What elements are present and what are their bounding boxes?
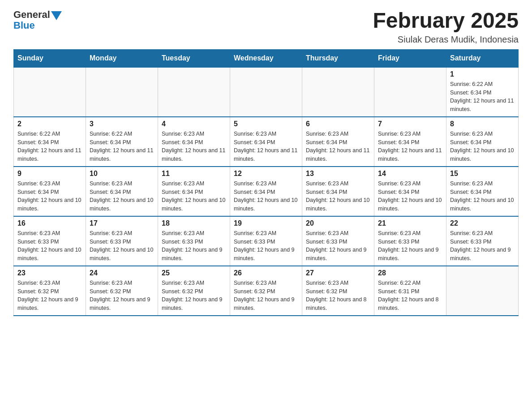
day-number: 9	[17, 170, 82, 178]
calendar-cell: 17Sunrise: 6:23 AM Sunset: 6:33 PM Dayli…	[86, 216, 158, 266]
calendar-week-row: 1Sunrise: 6:22 AM Sunset: 6:34 PM Daylig…	[14, 67, 519, 117]
calendar-cell: 26Sunrise: 6:23 AM Sunset: 6:32 PM Dayli…	[230, 266, 302, 316]
day-info: Sunrise: 6:23 AM Sunset: 6:32 PM Dayligh…	[234, 279, 298, 313]
calendar-cell	[374, 67, 446, 117]
day-info: Sunrise: 6:23 AM Sunset: 6:34 PM Dayligh…	[162, 130, 226, 163]
day-number: 12	[234, 170, 298, 178]
day-number: 23	[17, 269, 82, 277]
day-info: Sunrise: 6:23 AM Sunset: 6:34 PM Dayligh…	[450, 180, 515, 213]
day-info: Sunrise: 6:23 AM Sunset: 6:32 PM Dayligh…	[162, 279, 226, 313]
calendar-cell: 1Sunrise: 6:22 AM Sunset: 6:34 PM Daylig…	[446, 67, 519, 117]
calendar-cell: 27Sunrise: 6:23 AM Sunset: 6:32 PM Dayli…	[302, 266, 374, 316]
logo-general-text: General	[13, 9, 50, 21]
page-header: General Blue February 2025 Siulak Deras …	[13, 9, 519, 45]
calendar-cell: 19Sunrise: 6:23 AM Sunset: 6:33 PM Dayli…	[230, 216, 302, 266]
day-number: 11	[162, 170, 226, 178]
day-info: Sunrise: 6:23 AM Sunset: 6:34 PM Dayligh…	[378, 180, 442, 213]
day-info: Sunrise: 6:23 AM Sunset: 6:34 PM Dayligh…	[450, 130, 515, 163]
day-number: 2	[17, 120, 82, 128]
calendar-cell	[158, 67, 230, 117]
day-number: 18	[162, 219, 226, 227]
calendar-cell	[302, 67, 374, 117]
day-number: 20	[306, 219, 370, 227]
day-info: Sunrise: 6:23 AM Sunset: 6:34 PM Dayligh…	[306, 130, 370, 163]
logo-triangle-icon	[51, 11, 62, 20]
calendar-cell: 3Sunrise: 6:22 AM Sunset: 6:34 PM Daylig…	[86, 117, 158, 167]
calendar-cell: 16Sunrise: 6:23 AM Sunset: 6:33 PM Dayli…	[14, 216, 86, 266]
day-info: Sunrise: 6:23 AM Sunset: 6:34 PM Dayligh…	[234, 130, 298, 163]
calendar-cell: 7Sunrise: 6:23 AM Sunset: 6:34 PM Daylig…	[374, 117, 446, 167]
calendar-header-wednesday: Wednesday	[230, 49, 302, 67]
day-info: Sunrise: 6:23 AM Sunset: 6:33 PM Dayligh…	[17, 229, 82, 263]
calendar-week-row: 9Sunrise: 6:23 AM Sunset: 6:34 PM Daylig…	[14, 167, 519, 216]
day-info: Sunrise: 6:23 AM Sunset: 6:32 PM Dayligh…	[306, 279, 370, 313]
location-title: Siulak Deras Mudik, Indonesia	[373, 34, 519, 45]
day-info: Sunrise: 6:23 AM Sunset: 6:33 PM Dayligh…	[378, 229, 442, 263]
day-number: 28	[378, 269, 442, 277]
calendar-cell: 11Sunrise: 6:23 AM Sunset: 6:34 PM Dayli…	[158, 167, 230, 216]
calendar-cell: 20Sunrise: 6:23 AM Sunset: 6:33 PM Dayli…	[302, 216, 374, 266]
day-info: Sunrise: 6:23 AM Sunset: 6:34 PM Dayligh…	[17, 180, 82, 213]
day-info: Sunrise: 6:23 AM Sunset: 6:33 PM Dayligh…	[306, 229, 370, 263]
day-number: 13	[306, 170, 370, 178]
day-info: Sunrise: 6:22 AM Sunset: 6:34 PM Dayligh…	[90, 130, 154, 163]
calendar-cell	[86, 67, 158, 117]
day-number: 22	[450, 219, 515, 227]
calendar-cell: 13Sunrise: 6:23 AM Sunset: 6:34 PM Dayli…	[302, 167, 374, 216]
calendar-cell: 5Sunrise: 6:23 AM Sunset: 6:34 PM Daylig…	[230, 117, 302, 167]
calendar-cell: 18Sunrise: 6:23 AM Sunset: 6:33 PM Dayli…	[158, 216, 230, 266]
calendar-header-saturday: Saturday	[446, 49, 519, 67]
day-number: 19	[234, 219, 298, 227]
calendar-table: SundayMondayTuesdayWednesdayThursdayFrid…	[13, 49, 519, 316]
logo: General Blue	[13, 9, 62, 31]
calendar-cell: 2Sunrise: 6:22 AM Sunset: 6:34 PM Daylig…	[14, 117, 86, 167]
calendar-week-row: 23Sunrise: 6:23 AM Sunset: 6:32 PM Dayli…	[14, 266, 519, 316]
day-number: 21	[378, 219, 442, 227]
logo-blue-text: Blue	[13, 20, 62, 31]
day-info: Sunrise: 6:23 AM Sunset: 6:34 PM Dayligh…	[234, 180, 298, 213]
calendar-cell: 10Sunrise: 6:23 AM Sunset: 6:34 PM Dayli…	[86, 167, 158, 216]
day-number: 4	[162, 120, 226, 128]
day-number: 10	[90, 170, 154, 178]
day-number: 24	[90, 269, 154, 277]
day-number: 5	[234, 120, 298, 128]
calendar-cell: 28Sunrise: 6:22 AM Sunset: 6:31 PM Dayli…	[374, 266, 446, 316]
day-info: Sunrise: 6:23 AM Sunset: 6:32 PM Dayligh…	[17, 279, 82, 313]
calendar-cell: 14Sunrise: 6:23 AM Sunset: 6:34 PM Dayli…	[374, 167, 446, 216]
day-number: 8	[450, 120, 515, 128]
day-info: Sunrise: 6:23 AM Sunset: 6:33 PM Dayligh…	[450, 229, 515, 263]
day-number: 3	[90, 120, 154, 128]
calendar-cell: 21Sunrise: 6:23 AM Sunset: 6:33 PM Dayli…	[374, 216, 446, 266]
day-number: 17	[90, 219, 154, 227]
day-number: 15	[450, 170, 515, 178]
calendar-header-tuesday: Tuesday	[158, 49, 230, 67]
calendar-cell: 22Sunrise: 6:23 AM Sunset: 6:33 PM Dayli…	[446, 216, 519, 266]
day-info: Sunrise: 6:23 AM Sunset: 6:34 PM Dayligh…	[162, 180, 226, 213]
calendar-cell: 24Sunrise: 6:23 AM Sunset: 6:32 PM Dayli…	[86, 266, 158, 316]
day-number: 27	[306, 269, 370, 277]
day-info: Sunrise: 6:23 AM Sunset: 6:34 PM Dayligh…	[378, 130, 442, 163]
calendar-header-sunday: Sunday	[14, 49, 86, 67]
calendar-week-row: 16Sunrise: 6:23 AM Sunset: 6:33 PM Dayli…	[14, 216, 519, 266]
title-area: February 2025 Siulak Deras Mudik, Indone…	[373, 9, 519, 45]
day-info: Sunrise: 6:23 AM Sunset: 6:33 PM Dayligh…	[162, 229, 226, 263]
day-number: 16	[17, 219, 82, 227]
calendar-cell: 15Sunrise: 6:23 AM Sunset: 6:34 PM Dayli…	[446, 167, 519, 216]
calendar-week-row: 2Sunrise: 6:22 AM Sunset: 6:34 PM Daylig…	[14, 117, 519, 167]
day-info: Sunrise: 6:22 AM Sunset: 6:34 PM Dayligh…	[450, 80, 515, 114]
calendar-header-thursday: Thursday	[302, 49, 374, 67]
day-info: Sunrise: 6:22 AM Sunset: 6:31 PM Dayligh…	[378, 279, 442, 313]
calendar-cell: 4Sunrise: 6:23 AM Sunset: 6:34 PM Daylig…	[158, 117, 230, 167]
calendar-cell: 8Sunrise: 6:23 AM Sunset: 6:34 PM Daylig…	[446, 117, 519, 167]
calendar-cell: 12Sunrise: 6:23 AM Sunset: 6:34 PM Dayli…	[230, 167, 302, 216]
calendar-header-row: SundayMondayTuesdayWednesdayThursdayFrid…	[14, 49, 519, 67]
day-number: 26	[234, 269, 298, 277]
day-number: 6	[306, 120, 370, 128]
calendar-cell: 23Sunrise: 6:23 AM Sunset: 6:32 PM Dayli…	[14, 266, 86, 316]
day-number: 1	[450, 70, 515, 78]
calendar-cell: 25Sunrise: 6:23 AM Sunset: 6:32 PM Dayli…	[158, 266, 230, 316]
month-title: February 2025	[373, 9, 519, 33]
calendar-cell: 6Sunrise: 6:23 AM Sunset: 6:34 PM Daylig…	[302, 117, 374, 167]
calendar-header-monday: Monday	[86, 49, 158, 67]
day-info: Sunrise: 6:23 AM Sunset: 6:32 PM Dayligh…	[90, 279, 154, 313]
